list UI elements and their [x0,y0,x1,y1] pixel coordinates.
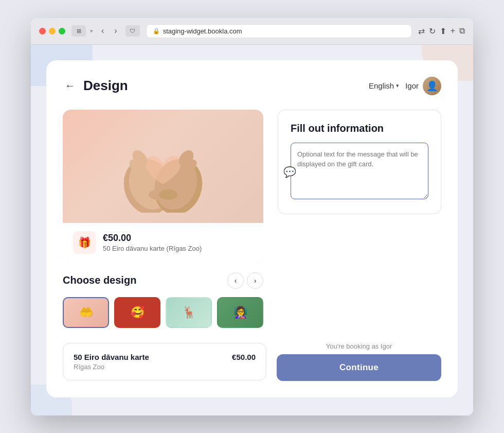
design-thumb-4[interactable]: 👩‍🏫 [217,297,263,328]
info-card: Fill out information 💬 [278,110,441,214]
sidebar-toggle-icon[interactable]: ⊞ [71,25,86,37]
design-thumb-2[interactable]: 🥰 [114,297,160,328]
design-prev-button[interactable]: ‹ [227,272,244,289]
design-navigation: ‹ › [227,272,263,289]
avatar: 👤 [423,77,441,95]
browser-controls: ⊞ ▾ [71,25,93,37]
maximize-button[interactable] [59,28,65,34]
message-bubble-icon: 💬 [283,166,296,178]
new-tab-icon[interactable]: + [451,26,455,36]
header-right: English ▾ Igor 👤 [369,77,441,95]
close-button[interactable] [39,28,46,34]
app-header: ← Design English ▾ Igor 👤 [63,77,441,95]
traffic-lights [39,28,65,34]
gift-name: 50 Eiro dāvanu karte (Rīgas Zoo) [103,245,202,252]
order-item-sub: Rīgas Zoo [74,363,149,371]
design-section-title: Choose design [63,274,136,286]
heart-hands-illustration [112,120,214,213]
url-text: staging-widget.bookla.com [163,27,242,35]
textarea-wrapper: 💬 [291,143,428,201]
gift-amount: €50.00 [103,233,202,244]
forward-nav-button[interactable]: › [112,25,119,37]
right-column: Fill out information 💬 [278,110,441,214]
user-name-label: Igor [405,81,419,90]
main-layout: 🎁 €50.00 50 Eiro dāvanu karte (Rīgas Zoo… [63,110,441,328]
left-column: 🎁 €50.00 50 Eiro dāvanu karte (Rīgas Zoo… [63,110,263,328]
page-title: Design [83,78,128,94]
app-card: ← Design English ▾ Igor 👤 [46,60,458,397]
language-label: English [369,81,394,90]
back-button[interactable]: ← [63,78,77,94]
reload-icon[interactable]: ↻ [429,26,436,36]
design-thumbnails: 🤲 🥰 🦌 👩‍🏫 [63,297,263,328]
gift-card-image [63,110,263,223]
order-item-name: 50 Eiro dāvanu karte [74,353,149,361]
user-info[interactable]: Igor 👤 [405,77,441,95]
shield-icon: 🛡 [125,25,140,37]
address-bar[interactable]: 🔒 staging-widget.bookla.com [146,24,412,38]
windows-icon[interactable]: ⧉ [459,26,465,36]
translate-icon[interactable]: ⇄ [418,26,425,36]
design-next-button[interactable]: › [247,272,263,289]
order-item-info: 50 Eiro dāvanu karte Rīgas Zoo [74,353,149,371]
minimize-button[interactable] [49,28,56,34]
booking-as-text: You're booking as Igor [326,342,392,350]
order-price: €50.00 [232,353,256,361]
browser-actions: ⇄ ↻ ⬆ + ⧉ [418,26,465,36]
browser-window: ⊞ ▾ ‹ › 🛡 🔒 staging-widget.bookla.com ⇄ … [31,18,473,415]
order-top: 50 Eiro dāvanu karte Rīgas Zoo €50.00 [74,353,256,371]
checkout-section: You're booking as Igor Continue [277,342,441,381]
share-icon[interactable]: ⬆ [440,26,446,36]
svg-point-9 [159,189,177,200]
info-title: Fill out information [291,123,428,134]
language-selector[interactable]: English ▾ [369,81,399,90]
gift-card-preview: 🎁 €50.00 50 Eiro dāvanu karte (Rīgas Zoo… [63,110,263,262]
lock-icon: 🔒 [153,28,160,34]
message-textarea[interactable] [291,143,428,199]
header-left: ← Design [63,78,128,94]
design-header: Choose design ‹ › [63,272,263,289]
back-nav-button[interactable]: ‹ [99,25,106,37]
bottom-bar: 50 Eiro dāvanu karte Rīgas Zoo €50.00 Yo… [63,342,441,381]
browser-content: ← Design English ▾ Igor 👤 [31,45,473,415]
gift-card-info: 🎁 €50.00 50 Eiro dāvanu karte (Rīgas Zoo… [63,223,263,262]
design-thumb-3[interactable]: 🦌 [166,297,212,328]
design-thumb-1[interactable]: 🤲 [63,297,109,328]
chevron-down-icon: ▾ [396,82,399,89]
continue-button[interactable]: Continue [277,354,441,381]
browser-titlebar: ⊞ ▾ ‹ › 🛡 🔒 staging-widget.bookla.com ⇄ … [31,18,473,45]
gift-card-details: €50.00 50 Eiro dāvanu karte (Rīgas Zoo) [103,233,202,252]
gift-icon: 🎁 [73,231,96,254]
chevron-down-icon: ▾ [90,28,93,34]
order-summary: 50 Eiro dāvanu karte Rīgas Zoo €50.00 [63,343,266,380]
